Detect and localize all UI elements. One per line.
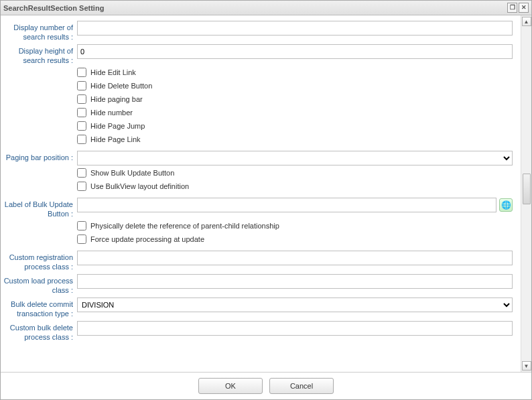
custom-load-label: Custom load process class : [3, 274, 77, 295]
display-number-label: Display number of search results : [3, 21, 77, 42]
hide-page-jump-checkbox[interactable] [77, 121, 86, 131]
hide-paging-bar-checkbox[interactable] [77, 94, 86, 104]
label-bulk-update-label: Label of Bulk Update Button : [3, 198, 77, 218]
force-update-row: Force update processing at update [77, 235, 204, 244]
dialog-content: Display number of search results : Displ… [1, 15, 531, 372]
dialog-footer: OK Cancel [1, 372, 531, 399]
hide-delete-button-checkbox[interactable] [77, 81, 86, 90]
display-height-label: Display height of search results : [3, 44, 77, 65]
bulk-delete-tx-select[interactable]: DIVISION [77, 297, 513, 312]
hide-number-checkbox[interactable] [77, 108, 86, 117]
dialog-window: SearchResultSection Setting ❐ ✕ Display … [0, 0, 532, 400]
hide-delete-button-label: Hide Delete Button [90, 82, 152, 90]
use-bulkview-label: Use BulkView layout definition [90, 182, 189, 190]
bulk-delete-tx-label: Bulk delete commit transaction type : [3, 297, 77, 318]
force-update-checkbox[interactable] [77, 235, 86, 244]
hide-paging-bar-label: Hide paging bar [90, 95, 143, 103]
physically-delete-checkbox[interactable] [77, 221, 86, 230]
hide-page-link-row: Hide Page Link [77, 135, 141, 144]
custom-load-input[interactable] [77, 274, 513, 289]
titlebar: SearchResultSection Setting ❐ ✕ [1, 1, 531, 15]
scroll-down-icon[interactable]: ▼ [522, 361, 531, 371]
window-title: SearchResultSection Setting [3, 4, 104, 12]
show-bulk-update-checkbox[interactable] [77, 168, 86, 178]
globe-icon[interactable]: 🌐 [499, 198, 513, 212]
show-bulk-update-row: Show Bulk Update Button [77, 168, 174, 178]
hide-edit-link-label: Hide Edit Link [90, 68, 136, 76]
hide-page-jump-row: Hide Page Jump [77, 121, 145, 131]
use-bulkview-row: Use BulkView layout definition [77, 182, 189, 191]
scroll-up-icon[interactable]: ▲ [522, 17, 531, 26]
hide-edit-link-row: Hide Edit Link [77, 68, 136, 77]
hide-page-jump-label: Hide Page Jump [90, 122, 145, 130]
physically-delete-label: Physically delete the reference of paren… [90, 222, 279, 230]
paging-bar-position-select[interactable] [77, 151, 513, 165]
custom-reg-input[interactable] [77, 251, 513, 265]
use-bulkview-checkbox[interactable] [77, 182, 86, 191]
scroll-thumb[interactable] [523, 174, 531, 204]
maximize-button[interactable]: ❐ [507, 3, 517, 13]
close-button[interactable]: ✕ [519, 3, 529, 13]
cancel-button[interactable]: Cancel [269, 378, 334, 394]
hide-edit-link-checkbox[interactable] [77, 68, 86, 77]
form-area: Display number of search results : Displ… [1, 15, 521, 372]
paging-bar-position-label: Paging bar position : [3, 151, 77, 162]
physically-delete-row: Physically delete the reference of paren… [77, 221, 279, 230]
display-number-input[interactable] [77, 21, 513, 36]
hide-page-link-checkbox[interactable] [77, 135, 86, 144]
custom-bulk-delete-input[interactable] [77, 321, 513, 336]
hide-page-link-label: Hide Page Link [90, 135, 141, 143]
display-height-input[interactable] [77, 44, 513, 59]
hide-number-label: Hide number [90, 109, 133, 117]
custom-bulk-delete-label: Custom bulk delete process class : [3, 321, 77, 342]
force-update-label: Force update processing at update [90, 235, 204, 243]
ok-button[interactable]: OK [198, 378, 263, 394]
hide-number-row: Hide number [77, 108, 133, 117]
hide-delete-button-row: Hide Delete Button [77, 81, 152, 90]
custom-reg-label: Custom registration process class : [3, 251, 77, 271]
scroll-track[interactable] [522, 26, 531, 361]
hide-paging-bar-row: Hide paging bar [77, 94, 143, 104]
show-bulk-update-label: Show Bulk Update Button [90, 169, 174, 177]
label-bulk-update-input[interactable] [77, 198, 496, 212]
vertical-scrollbar[interactable]: ▲ ▼ [521, 15, 531, 372]
